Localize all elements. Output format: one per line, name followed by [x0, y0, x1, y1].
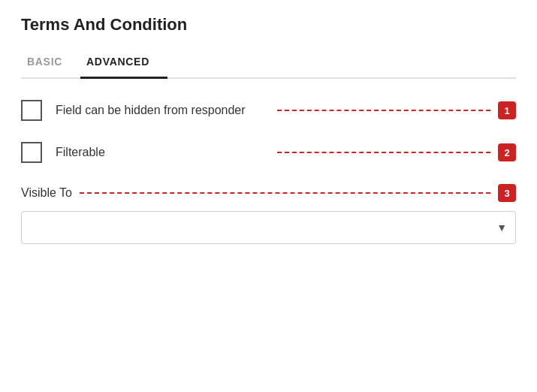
visible-to-label: Visible To — [21, 186, 72, 200]
dashed-line-1 — [277, 110, 491, 111]
checkbox-filterable[interactable] — [21, 142, 42, 163]
badge-1: 1 — [498, 101, 516, 119]
panel: Terms And Condition BASIC ADVANCED Field… — [0, 0, 537, 392]
visible-to-row: Visible To 3 — [21, 184, 516, 202]
visible-to-section: Visible To 3 ▼ — [21, 184, 516, 244]
visible-to-dropdown-wrapper: ▼ — [21, 211, 516, 244]
dashed-line-3 — [80, 192, 490, 194]
panel-title: Terms And Condition — [21, 15, 516, 35]
label-filterable: Filterable — [56, 146, 270, 159]
option-row-hidden: Field can be hidden from responder 1 — [21, 100, 516, 121]
tabs-container: BASIC ADVANCED — [21, 48, 516, 79]
badge-2: 2 — [498, 143, 516, 161]
tab-advanced[interactable]: ADVANCED — [80, 48, 167, 79]
checkbox-hidden-from-responder[interactable] — [21, 100, 42, 121]
tab-basic[interactable]: BASIC — [21, 48, 80, 79]
visible-to-dropdown[interactable] — [21, 211, 516, 244]
dashed-line-2 — [277, 152, 491, 153]
label-hidden-from-responder: Field can be hidden from responder — [56, 104, 270, 117]
option-row-filterable: Filterable 2 — [21, 142, 516, 163]
badge-3: 3 — [498, 184, 516, 202]
